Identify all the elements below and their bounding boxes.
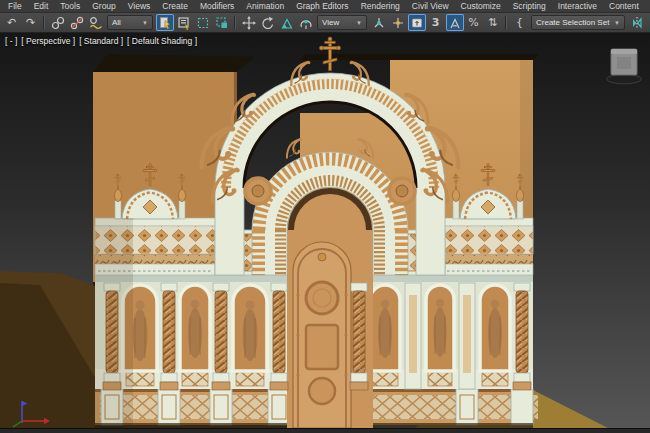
select-and-place-button[interactable]: [297, 14, 315, 31]
menu-item-customize[interactable]: Customize: [455, 1, 507, 11]
icon-niche[interactable]: [426, 285, 454, 371]
menu-item-arnold[interactable]: Arnold: [645, 1, 650, 11]
menu-item-interactive[interactable]: Interactive: [552, 1, 603, 11]
icon-niche[interactable]: [480, 285, 510, 371]
chevron-down-icon: ▼: [356, 20, 362, 26]
place-icon: [299, 16, 313, 30]
undo-icon: ↶: [7, 17, 16, 28]
named-selection-sets-dropdown[interactable]: Create Selection Set▼: [531, 15, 625, 30]
select-object-icon: [158, 16, 172, 30]
viewport-label: [ - ] [ Perspective ] [ Standard ] [ Def…: [5, 36, 197, 46]
icon-niche[interactable]: [233, 285, 267, 371]
bottom-strip: [0, 428, 650, 433]
column: [160, 283, 178, 390]
chevron-down-icon: ▼: [142, 20, 148, 26]
menu-item-scripting[interactable]: Scripting: [507, 1, 552, 11]
scale-icon: [280, 16, 294, 30]
main-toolbar: ↶ ↷ All▼ View▼ 3 % ⇅ { Create Selection …: [0, 12, 650, 33]
menu-item-graph-editors[interactable]: Graph Editors: [290, 1, 354, 11]
reference-coordinate-dropdown[interactable]: View▼: [317, 15, 367, 30]
menu-item-views[interactable]: Views: [122, 1, 157, 11]
pivot-point-icon: [372, 16, 386, 30]
keyboard-shortcut-override-button[interactable]: [408, 14, 426, 31]
redo-icon: ↷: [26, 17, 35, 28]
bind-to-space-warp-button[interactable]: [87, 14, 105, 31]
window-crossing-button[interactable]: [213, 14, 231, 31]
perspective-viewport[interactable]: [ - ] [ Perspective ] [ Standard ] [ Def…: [0, 33, 650, 428]
percent-snap-toggle-button[interactable]: %: [465, 14, 483, 31]
move-icon: [242, 16, 256, 30]
selection-filter-value: All: [112, 18, 121, 27]
menu-item-group[interactable]: Group: [86, 1, 122, 11]
select-object-button[interactable]: [156, 14, 174, 31]
window-crossing-icon: [215, 16, 229, 30]
toolbar-separator: [234, 16, 236, 29]
spinner-snap-toggle-button[interactable]: ⇅: [484, 14, 502, 31]
column: [212, 283, 230, 390]
redo-button[interactable]: ↷: [22, 14, 40, 31]
column: [513, 283, 531, 390]
viewport-pov-menu[interactable]: [ Perspective ]: [21, 36, 75, 46]
toolbar-separator: [43, 16, 45, 29]
percent-icon: %: [468, 17, 478, 28]
select-and-scale-button[interactable]: [278, 14, 296, 31]
menu-item-rendering[interactable]: Rendering: [355, 1, 406, 11]
menu-bar: File Edit Tools Group Views Create Modif…: [0, 0, 650, 12]
unlink-icon: [70, 16, 84, 30]
snaps-toggle-button[interactable]: 3: [427, 14, 445, 31]
selection-filter-dropdown[interactable]: All▼: [107, 15, 153, 30]
viewport-general-menu[interactable]: [ - ]: [5, 36, 17, 46]
select-and-rotate-button[interactable]: [259, 14, 277, 31]
viewport-canvas[interactable]: [0, 33, 650, 428]
menu-item-civil-view[interactable]: Civil View: [406, 1, 455, 11]
undo-button[interactable]: ↶: [3, 14, 21, 31]
select-by-name-icon: [177, 16, 191, 30]
toolbar-separator: [505, 16, 507, 29]
icon-niche[interactable]: [180, 285, 210, 371]
rotate-icon: [261, 16, 275, 30]
select-by-name-button[interactable]: [175, 14, 193, 31]
menu-item-file[interactable]: File: [2, 1, 28, 11]
unlink-selection-button[interactable]: [68, 14, 86, 31]
space-warp-icon: [89, 16, 103, 30]
column: [350, 283, 368, 390]
column: [270, 283, 288, 390]
menu-item-modifiers[interactable]: Modifiers: [194, 1, 240, 11]
mirror-button[interactable]: [628, 14, 646, 31]
selection-set-value: Create Selection Set: [536, 18, 609, 27]
chevron-down-icon: ▼: [614, 20, 620, 26]
link-icon: [51, 16, 65, 30]
angle-snap-toggle-button[interactable]: [446, 14, 464, 31]
use-pivot-point-button[interactable]: [370, 14, 388, 31]
keyboard-key-icon: [410, 16, 424, 30]
icon-niche[interactable]: [370, 285, 400, 371]
angle-snap-icon: [448, 16, 462, 30]
selection-region-icon: [196, 16, 210, 30]
menu-item-animation[interactable]: Animation: [240, 1, 290, 11]
rectangular-selection-region-button[interactable]: [194, 14, 212, 31]
spinner-arrows-icon: ⇅: [488, 17, 497, 28]
braces-icon: {: [516, 17, 523, 28]
edit-named-selection-sets-button[interactable]: {: [511, 14, 529, 31]
snaps-3d-icon: 3: [432, 17, 440, 28]
select-and-manipulate-button[interactable]: [389, 14, 407, 31]
viewport-style-menu[interactable]: [ Standard ]: [79, 36, 123, 46]
align-button[interactable]: [647, 14, 650, 31]
menu-item-content[interactable]: Content: [603, 1, 645, 11]
select-and-move-button[interactable]: [240, 14, 258, 31]
select-and-link-button[interactable]: [49, 14, 67, 31]
application-window: File Edit Tools Group Views Create Modif…: [0, 0, 650, 433]
coordinate-system-value: View: [322, 18, 339, 27]
manipulate-icon: [391, 16, 405, 30]
viewport-shading-menu[interactable]: [ Default Shading ]: [127, 36, 197, 46]
mirror-icon: [630, 16, 644, 30]
view-cube[interactable]: [607, 49, 642, 84]
menu-item-edit[interactable]: Edit: [28, 1, 55, 11]
menu-item-create[interactable]: Create: [156, 1, 194, 11]
menu-item-tools[interactable]: Tools: [54, 1, 86, 11]
